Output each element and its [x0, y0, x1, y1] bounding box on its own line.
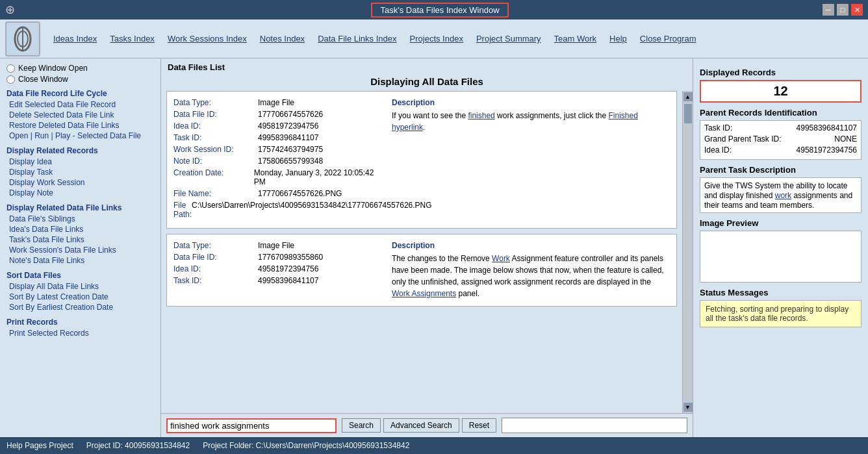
sort-earliest-link[interactable]: Sort By Earliest Creation Date	[6, 302, 154, 312]
app-icon: ⊕	[5, 3, 15, 17]
menu-close-program[interactable]: Close Program	[633, 31, 703, 46]
reset-button[interactable]: Reset	[462, 418, 496, 433]
status-text: Fetching, sorting and preparing to displ…	[706, 305, 849, 323]
display-task-link[interactable]: Display Task	[6, 167, 154, 177]
keep-window-open-radio[interactable]	[6, 64, 15, 73]
search-button[interactable]: Search	[342, 418, 381, 433]
record-description-1: Description If you want to see the finis…	[392, 98, 670, 221]
menu-items: Ideas Index Tasks Index Work Sessions In…	[47, 31, 703, 46]
app-logo	[5, 21, 40, 57]
data-file-id-label-1: Data File ID:	[173, 110, 258, 119]
parent-records-box: Task ID: 49958396841107 Grand Parent Tas…	[700, 120, 862, 160]
status-help-pages: Help Pages Project	[6, 441, 73, 450]
task-id-value-right: 49958396841107	[797, 123, 857, 132]
note-links-link[interactable]: Note's Data File Links	[6, 255, 154, 266]
records-container: Data Type: Image File Data File ID: 1777…	[161, 91, 693, 413]
main-layout: Keep Window Open Close Window Data File …	[0, 58, 868, 437]
menu-bar: Ideas Index Tasks Index Work Sessions In…	[0, 19, 868, 58]
minimize-button[interactable]: ─	[823, 4, 834, 16]
desc-text-2: The changes to the Remove Work Assignmen…	[392, 253, 670, 299]
window-title: Task's Data Files Index Window	[371, 3, 508, 18]
menu-data-file-links-index[interactable]: Data File Links Index	[311, 31, 403, 46]
advanced-search-button[interactable]: Advanced Search	[383, 418, 459, 433]
close-window-radio[interactable]	[6, 75, 15, 84]
status-bar: Help Pages Project Project ID: 400956931…	[0, 437, 868, 454]
parent-task-box: Give the TWS System the ability to locat…	[700, 177, 862, 213]
status-messages-box: Fetching, sorting and preparing to displ…	[700, 300, 862, 327]
work-link-2[interactable]: Work	[492, 254, 510, 263]
task-id-value-1: 49958396841107	[258, 133, 318, 142]
sidebar: Keep Window Open Close Window Data File …	[0, 58, 161, 437]
task-id-label-right: Task ID:	[704, 123, 732, 132]
print-selected-link[interactable]: Print Selected Records	[6, 328, 154, 338]
menu-tasks-index[interactable]: Tasks Index	[103, 31, 161, 46]
scrollbar[interactable]: ▲ ▼	[682, 91, 693, 413]
data-file-id-value-1: 177706674557626	[258, 110, 323, 119]
search-bar: Search Advanced Search Reset	[161, 413, 693, 437]
edit-record-link[interactable]: Edit Selected Data File Record	[6, 99, 154, 110]
desc-text-1: If you want to see the finished work ass…	[392, 110, 670, 133]
display-all-link[interactable]: Display All Data File Links	[6, 281, 154, 292]
creation-date-value-1: Monday, January 3, 2022 10:05:42 PM	[254, 168, 381, 186]
search-input[interactable]	[170, 421, 333, 431]
status-project-id: Project ID: 400956931534842	[86, 441, 190, 450]
records-area: Data Type: Image File Data File ID: 1777…	[161, 91, 682, 413]
note-id-label-1: Note ID:	[173, 157, 258, 166]
close-window-label: Close Window	[18, 75, 68, 84]
idea-links-link[interactable]: Idea's Data File Links	[6, 224, 154, 234]
display-note-link[interactable]: Display Note	[6, 188, 154, 198]
search-extra-input[interactable]	[502, 418, 687, 433]
finished-hyperlink-1[interactable]: Finished hyperlink	[392, 111, 638, 132]
data-type-value-1: Image File	[258, 98, 294, 107]
menu-project-summary[interactable]: Project Summary	[470, 31, 548, 46]
sort-latest-link[interactable]: Sort By Latest Creation Date	[6, 292, 154, 302]
idea-id-value-1: 49581972394756	[258, 121, 318, 131]
record-card-1: Data Type: Image File Data File ID: 1777…	[166, 91, 677, 229]
parent-task-title: Parent Task Description	[700, 165, 862, 175]
display-idea-link[interactable]: Display Idea	[6, 157, 154, 167]
parent-task-text: Give the TWS System the ability to locat…	[704, 181, 852, 210]
section-lifecycle-title: Data File Record Life Cycle	[6, 89, 154, 98]
record-description-2: Description The changes to the Remove Wo…	[392, 241, 670, 299]
file-path-label-1: File Path:	[173, 201, 192, 219]
idea-id-value-right: 49581972394756	[797, 145, 857, 155]
section-print-title: Print Records	[6, 318, 154, 327]
menu-help[interactable]: Help	[603, 31, 633, 46]
displayed-records-value: 12	[700, 80, 862, 103]
data-files-list-header: Data Files List	[161, 58, 693, 73]
close-window-button[interactable]: ✕	[851, 4, 863, 16]
image-preview-title: Image Preview	[700, 218, 862, 228]
siblings-link[interactable]: Data File's Siblings	[6, 214, 154, 224]
work-session-id-value-1: 175742463794975	[258, 145, 323, 154]
desc-title-2: Description	[392, 241, 670, 250]
delete-record-link[interactable]: Delete Selected Data File Link	[6, 110, 154, 120]
display-work-session-link[interactable]: Display Work Session	[6, 177, 154, 188]
open-run-play-link[interactable]: Open | Run | Play - Selected Data File	[6, 131, 154, 141]
restore-record-link[interactable]: Restore Deleted Data File Links	[6, 120, 154, 131]
idea-id-label-1: Idea ID:	[173, 121, 258, 131]
section-related-links-title: Display Related Data File Links	[6, 203, 154, 212]
file-name-value-1: 177706674557626.PNG	[258, 189, 342, 198]
menu-projects-index[interactable]: Projects Index	[403, 31, 470, 46]
displaying-title: Displaying All Data Files	[161, 73, 693, 91]
data-file-id-value-2: 177670989355860	[258, 253, 323, 262]
image-preview-box	[700, 231, 862, 283]
menu-ideas-index[interactable]: Ideas Index	[47, 31, 103, 46]
work-assignments-link-2[interactable]: Work Assignments	[392, 289, 456, 298]
work-link-right[interactable]: work	[775, 191, 791, 200]
menu-team-work[interactable]: Team Work	[548, 31, 604, 46]
work-session-links-link[interactable]: Work Session's Data File Links	[6, 245, 154, 255]
menu-work-sessions-index[interactable]: Work Sessions Index	[161, 31, 253, 46]
menu-notes-index[interactable]: Notes Index	[253, 31, 311, 46]
data-type-value-2: Image File	[258, 241, 294, 250]
task-id-value-2: 49958396841107	[258, 276, 318, 285]
section-related-title: Display Related Records	[6, 146, 154, 155]
right-panel: Displayed Records 12 Parent Records Iden…	[693, 58, 868, 437]
finished-link-1[interactable]: finished	[468, 111, 494, 120]
radio-group: Keep Window Open Close Window	[6, 64, 154, 84]
desc-title-1: Description	[392, 98, 670, 107]
task-links-link[interactable]: Task's Data File Links	[6, 234, 154, 245]
work-session-id-label-1: Work Session ID:	[173, 145, 258, 154]
maximize-button[interactable]: □	[837, 4, 849, 16]
data-file-id-label-2: Data File ID:	[173, 253, 258, 262]
